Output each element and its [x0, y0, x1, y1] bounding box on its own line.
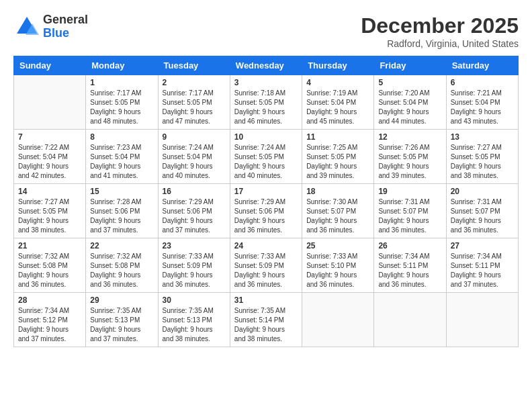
calendar-cell: 16Sunrise: 7:29 AM Sunset: 5:06 PM Dayli… [158, 184, 230, 238]
day-number: 12 [378, 132, 441, 142]
calendar-week-5: 28Sunrise: 7:34 AM Sunset: 5:12 PM Dayli… [14, 293, 519, 347]
calendar-cell: 27Sunrise: 7:34 AM Sunset: 5:11 PM Dayli… [446, 238, 518, 293]
day-number: 10 [234, 132, 298, 142]
calendar-cell: 24Sunrise: 7:33 AM Sunset: 5:09 PM Dayli… [230, 238, 302, 293]
day-number: 3 [234, 78, 298, 87]
logo-general-text: General [43, 13, 88, 27]
day-info: Sunrise: 7:35 AM Sunset: 5:13 PM Dayligh… [90, 306, 153, 344]
calendar-cell [446, 293, 518, 347]
day-number: 9 [163, 132, 226, 142]
day-info: Sunrise: 7:33 AM Sunset: 5:09 PM Dayligh… [163, 252, 226, 289]
location-text: Radford, Virginia, United States [361, 38, 519, 49]
day-number: 13 [451, 132, 514, 142]
calendar-week-2: 7Sunrise: 7:22 AM Sunset: 5:04 PM Daylig… [14, 130, 519, 184]
calendar-cell: 2Sunrise: 7:17 AM Sunset: 5:05 PM Daylig… [158, 75, 230, 130]
day-number: 21 [18, 241, 81, 250]
day-info: Sunrise: 7:32 AM Sunset: 5:08 PM Dayligh… [90, 252, 153, 289]
day-info: Sunrise: 7:34 AM Sunset: 5:11 PM Dayligh… [451, 252, 514, 289]
logo-icon [13, 13, 40, 40]
day-number: 28 [18, 295, 81, 305]
calendar-cell: 23Sunrise: 7:33 AM Sunset: 5:09 PM Dayli… [158, 238, 230, 293]
day-number: 15 [90, 187, 153, 196]
calendar-cell: 12Sunrise: 7:26 AM Sunset: 5:05 PM Dayli… [374, 130, 446, 184]
calendar-cell: 15Sunrise: 7:28 AM Sunset: 5:06 PM Dayli… [86, 184, 158, 238]
day-number: 5 [378, 78, 441, 87]
header-sunday: Sunday [14, 56, 86, 75]
day-info: Sunrise: 7:29 AM Sunset: 5:06 PM Dayligh… [234, 197, 298, 235]
day-number: 2 [163, 78, 226, 87]
calendar-cell: 28Sunrise: 7:34 AM Sunset: 5:12 PM Dayli… [14, 293, 86, 347]
calendar-cell: 18Sunrise: 7:30 AM Sunset: 5:07 PM Dayli… [302, 184, 374, 238]
day-number: 17 [234, 187, 298, 196]
day-info: Sunrise: 7:21 AM Sunset: 5:04 PM Dayligh… [451, 89, 514, 126]
day-info: Sunrise: 7:23 AM Sunset: 5:04 PM Dayligh… [90, 143, 153, 181]
calendar-cell [302, 293, 374, 347]
day-number: 24 [234, 241, 298, 250]
calendar-week-3: 14Sunrise: 7:27 AM Sunset: 5:05 PM Dayli… [14, 184, 519, 238]
day-info: Sunrise: 7:17 AM Sunset: 5:05 PM Dayligh… [163, 89, 226, 126]
day-number: 16 [163, 187, 226, 196]
day-info: Sunrise: 7:34 AM Sunset: 5:12 PM Dayligh… [18, 306, 81, 344]
day-info: Sunrise: 7:31 AM Sunset: 5:07 PM Dayligh… [451, 197, 514, 235]
calendar-cell: 20Sunrise: 7:31 AM Sunset: 5:07 PM Dayli… [446, 184, 518, 238]
day-info: Sunrise: 7:30 AM Sunset: 5:07 PM Dayligh… [306, 197, 369, 235]
calendar-cell: 9Sunrise: 7:24 AM Sunset: 5:04 PM Daylig… [158, 130, 230, 184]
header-saturday: Saturday [446, 56, 518, 75]
calendar-cell: 30Sunrise: 7:35 AM Sunset: 5:13 PM Dayli… [158, 293, 230, 347]
day-number: 8 [90, 132, 153, 142]
day-info: Sunrise: 7:25 AM Sunset: 5:05 PM Dayligh… [306, 143, 369, 181]
calendar-cell: 17Sunrise: 7:29 AM Sunset: 5:06 PM Dayli… [230, 184, 302, 238]
day-info: Sunrise: 7:28 AM Sunset: 5:06 PM Dayligh… [90, 197, 153, 235]
header-wednesday: Wednesday [230, 56, 302, 75]
month-title: December 2025 [361, 13, 519, 38]
calendar-cell: 8Sunrise: 7:23 AM Sunset: 5:04 PM Daylig… [86, 130, 158, 184]
day-number: 1 [90, 78, 153, 87]
header-tuesday: Tuesday [158, 56, 230, 75]
calendar-cell: 13Sunrise: 7:27 AM Sunset: 5:05 PM Dayli… [446, 130, 518, 184]
calendar-cell: 1Sunrise: 7:17 AM Sunset: 5:05 PM Daylig… [86, 75, 158, 130]
day-number: 22 [90, 241, 153, 250]
day-info: Sunrise: 7:32 AM Sunset: 5:08 PM Dayligh… [18, 252, 81, 289]
calendar-cell: 5Sunrise: 7:20 AM Sunset: 5:04 PM Daylig… [374, 75, 446, 130]
calendar-cell: 19Sunrise: 7:31 AM Sunset: 5:07 PM Dayli… [374, 184, 446, 238]
day-info: Sunrise: 7:27 AM Sunset: 5:05 PM Dayligh… [18, 197, 81, 235]
calendar-header-row: SundayMondayTuesdayWednesdayThursdayFrid… [14, 56, 519, 75]
day-number: 23 [163, 241, 226, 250]
day-info: Sunrise: 7:20 AM Sunset: 5:04 PM Dayligh… [378, 89, 441, 126]
day-info: Sunrise: 7:27 AM Sunset: 5:05 PM Dayligh… [451, 143, 514, 181]
day-number: 14 [18, 187, 81, 196]
day-number: 26 [378, 241, 441, 250]
day-number: 25 [306, 241, 369, 250]
header-thursday: Thursday [302, 56, 374, 75]
calendar-cell: 11Sunrise: 7:25 AM Sunset: 5:05 PM Dayli… [302, 130, 374, 184]
title-block: December 2025 Radford, Virginia, United … [361, 13, 519, 49]
calendar-cell: 4Sunrise: 7:19 AM Sunset: 5:04 PM Daylig… [302, 75, 374, 130]
day-info: Sunrise: 7:26 AM Sunset: 5:05 PM Dayligh… [378, 143, 441, 181]
day-number: 7 [18, 132, 81, 142]
page-header: General Blue December 2025 Radford, Virg… [13, 13, 519, 49]
day-info: Sunrise: 7:19 AM Sunset: 5:04 PM Dayligh… [306, 89, 369, 126]
day-number: 18 [306, 187, 369, 196]
calendar-cell: 21Sunrise: 7:32 AM Sunset: 5:08 PM Dayli… [14, 238, 86, 293]
day-info: Sunrise: 7:29 AM Sunset: 5:06 PM Dayligh… [163, 197, 226, 235]
day-info: Sunrise: 7:33 AM Sunset: 5:09 PM Dayligh… [234, 252, 298, 289]
day-info: Sunrise: 7:24 AM Sunset: 5:04 PM Dayligh… [163, 143, 226, 181]
calendar-cell: 22Sunrise: 7:32 AM Sunset: 5:08 PM Dayli… [86, 238, 158, 293]
day-info: Sunrise: 7:31 AM Sunset: 5:07 PM Dayligh… [378, 197, 441, 235]
calendar-cell: 31Sunrise: 7:35 AM Sunset: 5:14 PM Dayli… [230, 293, 302, 347]
day-number: 11 [306, 132, 369, 142]
day-number: 19 [378, 187, 441, 196]
calendar-cell: 10Sunrise: 7:24 AM Sunset: 5:05 PM Dayli… [230, 130, 302, 184]
day-info: Sunrise: 7:33 AM Sunset: 5:10 PM Dayligh… [306, 252, 369, 289]
calendar-cell: 26Sunrise: 7:34 AM Sunset: 5:11 PM Dayli… [374, 238, 446, 293]
calendar-cell: 29Sunrise: 7:35 AM Sunset: 5:13 PM Dayli… [86, 293, 158, 347]
calendar-cell: 25Sunrise: 7:33 AM Sunset: 5:10 PM Dayli… [302, 238, 374, 293]
day-info: Sunrise: 7:34 AM Sunset: 5:11 PM Dayligh… [378, 252, 441, 289]
calendar-cell [14, 75, 86, 130]
logo-blue-text: Blue [43, 27, 88, 40]
day-number: 20 [451, 187, 514, 196]
day-info: Sunrise: 7:18 AM Sunset: 5:05 PM Dayligh… [234, 89, 298, 126]
calendar-table: SundayMondayTuesdayWednesdayThursdayFrid… [13, 56, 519, 347]
day-number: 31 [234, 295, 298, 305]
day-info: Sunrise: 7:35 AM Sunset: 5:14 PM Dayligh… [234, 306, 298, 344]
